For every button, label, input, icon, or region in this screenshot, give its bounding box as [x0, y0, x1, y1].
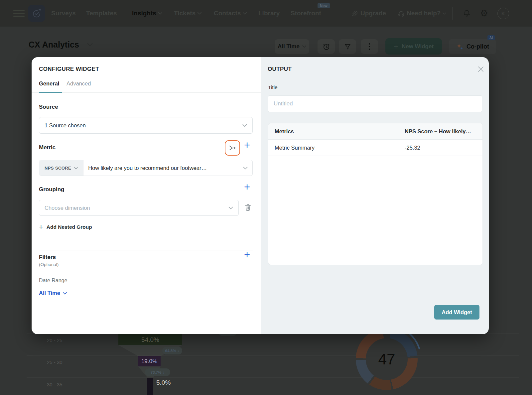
brand-logo-icon[interactable]	[28, 5, 45, 22]
chevron-down-icon	[74, 167, 78, 169]
output-panel: OUTPUT Title Metrics NPS Score – How lik…	[261, 57, 489, 334]
filter-funnel-icon	[344, 43, 351, 50]
nav-item-templates[interactable]: Templates	[86, 0, 117, 27]
configure-widget-modal: CONFIGURE WIDGET General Advanced Source…	[32, 57, 489, 334]
nav-item-contacts[interactable]: Contacts	[214, 0, 247, 27]
merge-arrow-icon	[228, 144, 236, 152]
funnel-bar: 19.0%	[138, 356, 161, 366]
chevron-down-icon	[242, 124, 247, 127]
hamburger-menu-icon[interactable]	[13, 8, 25, 19]
chevron-down-icon	[443, 12, 446, 15]
funnel-value-label: 5.0%	[156, 379, 171, 386]
nps-donut-chart: 47	[356, 328, 418, 390]
need-help-menu[interactable]: Need help?	[398, 0, 446, 27]
down-arrow-icon: ↓	[163, 370, 165, 374]
conversion-pill: 64.8%↓	[162, 347, 182, 354]
widget-title-input[interactable]	[268, 95, 482, 112]
nav-item-surveys[interactable]: Surveys	[51, 0, 76, 27]
chevron-down-icon	[243, 167, 248, 170]
chevron-down-icon[interactable]	[87, 43, 93, 47]
rocket-icon	[351, 10, 358, 17]
conversion-pill: 73.7%↓	[145, 368, 170, 376]
tab-general[interactable]: General	[39, 80, 59, 87]
metric-label: Metric	[39, 144, 56, 151]
notifications-bell-icon[interactable]	[463, 0, 471, 27]
page-title: CX Analytics	[29, 40, 93, 50]
funnel-category-label: 20 - 25	[47, 337, 63, 343]
user-avatar[interactable]: K	[497, 8, 509, 19]
metric-type-dropdown[interactable]: NPS SCORE	[39, 160, 83, 176]
table-header-row: Metrics NPS Score – How likely…	[268, 123, 482, 140]
configure-heading: CONFIGURE WIDGET	[39, 66, 99, 72]
plus-icon: +	[39, 223, 43, 231]
source-dropdown[interactable]: 1 Source chosen	[39, 117, 253, 134]
funnel-category-label: 25 - 30	[47, 359, 63, 365]
tabs-divider	[32, 92, 261, 93]
date-range-label: Date Range	[39, 278, 67, 284]
filter-button[interactable]	[339, 39, 356, 54]
down-arrow-icon: ↓	[177, 349, 179, 353]
add-widget-button[interactable]: Add Widget	[434, 305, 479, 320]
chevron-down-icon	[302, 45, 306, 48]
alarm-clock-icon	[323, 43, 330, 51]
new-widget-button[interactable]: + New Widget	[385, 38, 442, 55]
chevron-down-icon	[243, 12, 247, 15]
grouping-dropdown[interactable]: Choose dimension	[39, 200, 239, 216]
source-label: Source	[39, 104, 58, 110]
copilot-button[interactable]: Co-pilot	[449, 39, 496, 54]
nav-item-insights[interactable]: Insights	[132, 0, 162, 27]
headset-icon	[398, 10, 405, 17]
funnel-bar: 54.0%	[118, 334, 182, 345]
schedule-alarm-button[interactable]	[318, 39, 335, 54]
table-row: Metric Summary -25.32	[268, 140, 482, 156]
plus-icon: +	[394, 42, 398, 51]
storefront-new-badge: New	[318, 3, 330, 8]
donut-center-value: 47	[356, 328, 418, 390]
delete-grouping-trash-icon[interactable]	[244, 203, 251, 212]
sparkles-icon	[456, 43, 464, 51]
title-label: Title	[268, 84, 278, 90]
table-cell-metric-name: Metric Summary	[268, 140, 398, 156]
dashboard-time-range-dropdown[interactable]: All Time	[275, 39, 309, 54]
nav-item-storefront[interactable]: Storefront	[291, 0, 321, 27]
chevron-down-icon	[198, 12, 201, 15]
grouping-label: Grouping	[39, 186, 64, 193]
table-header-metric-column: NPS Score – How likely…	[398, 123, 482, 139]
funnel-bar	[147, 378, 153, 395]
close-icon[interactable]	[477, 65, 485, 73]
navbar-divider	[452, 7, 453, 20]
active-tab-underline	[39, 92, 62, 93]
metric-row: NPS SCORE How likely are you to recommen…	[39, 160, 253, 176]
metric-question-dropdown[interactable]: How likely are you to recommend our foot…	[83, 160, 252, 176]
chevron-down-icon	[63, 292, 67, 295]
output-preview-card: Metrics NPS Score – How likely… Metric S…	[268, 123, 483, 265]
add-nested-group-button[interactable]: + Add Nested Group	[39, 223, 92, 231]
add-grouping-plus-icon[interactable]: +	[244, 183, 250, 192]
chevron-down-icon	[158, 12, 162, 15]
upgrade-button[interactable]: Upgrade	[351, 0, 386, 27]
add-metric-plus-icon[interactable]: +	[244, 141, 250, 150]
copilot-ai-badge: AI	[487, 35, 495, 40]
table-header-metrics: Metrics	[268, 123, 398, 139]
settings-gear-icon[interactable]: ⚙	[480, 0, 488, 27]
filters-optional-note: (Optional)	[39, 262, 59, 267]
gridline	[27, 377, 519, 378]
nav-item-library[interactable]: Library	[258, 0, 280, 27]
top-navbar: Surveys Templates Insights Tickets Conta…	[0, 0, 532, 27]
configure-panel: CONFIGURE WIDGET General Advanced Source…	[32, 57, 261, 334]
gridline	[27, 355, 519, 356]
funnel-category-label: 30 - 35	[47, 382, 63, 387]
more-options-kebab-icon[interactable]	[361, 39, 378, 54]
tab-advanced[interactable]: Advanced	[66, 80, 91, 87]
nav-item-tickets[interactable]: Tickets	[174, 0, 201, 27]
table-cell-metric-value: -25.32	[398, 140, 482, 156]
chevron-down-icon	[228, 206, 233, 209]
merge-metrics-button[interactable]	[225, 140, 240, 156]
add-filter-plus-icon[interactable]: +	[244, 251, 250, 259]
filters-label: Filters	[39, 254, 56, 261]
date-range-dropdown[interactable]: All Time	[39, 290, 67, 296]
output-heading: OUTPUT	[268, 66, 292, 72]
section-divider	[39, 250, 253, 250]
